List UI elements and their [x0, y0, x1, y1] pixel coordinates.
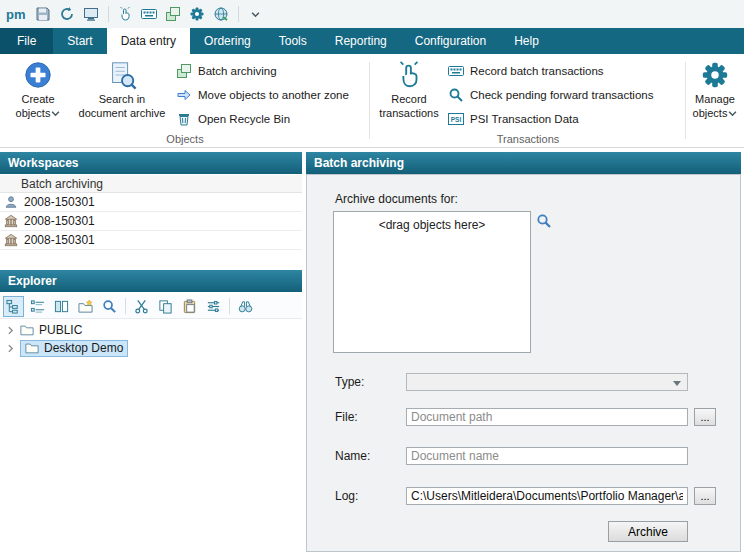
file-input[interactable]	[406, 408, 688, 426]
drop-hint: <drag objects here>	[379, 218, 486, 232]
copy-icon	[158, 299, 173, 314]
tab-file[interactable]: File	[0, 28, 53, 54]
search-document-archive-label: Search in document archive	[79, 93, 166, 119]
keyboard-icon	[448, 63, 464, 79]
create-objects-button[interactable]: Create objects	[6, 57, 70, 135]
search-icon	[102, 299, 117, 314]
log-input[interactable]	[406, 487, 688, 505]
folder-icon	[20, 323, 34, 337]
batch-transactions-icon[interactable]	[139, 3, 160, 25]
name-input[interactable]	[406, 447, 688, 465]
hand-click-icon	[394, 60, 424, 90]
tab-tools[interactable]: Tools	[265, 28, 321, 54]
new-folder-icon	[78, 299, 93, 314]
archive-button[interactable]: Archive	[608, 521, 688, 542]
tree-item-desktop-demo[interactable]: Desktop Demo	[0, 339, 302, 357]
qat-customize-icon[interactable]	[245, 3, 266, 25]
new-folder-button[interactable]	[75, 296, 96, 317]
find-button[interactable]	[235, 296, 256, 317]
record-transactions-button[interactable]: Record transactions	[376, 57, 442, 135]
chevron-right-icon[interactable]	[6, 344, 15, 353]
objects-small-buttons: Batch archiving Move objects to another …	[176, 54, 368, 134]
tree-view-button[interactable]	[3, 296, 24, 317]
group-label-transactions: Transactions	[370, 133, 686, 145]
explorer-toolbar	[0, 294, 302, 319]
dropdown-arrow-icon	[51, 109, 60, 118]
workspace-row[interactable]: 2008-150301	[0, 193, 302, 212]
file-browse-button[interactable]: ...	[694, 408, 716, 426]
batch-archiving-button[interactable]: Batch archiving	[176, 60, 277, 81]
check-pending-forward-label: Check pending forward transactions	[470, 89, 653, 101]
batch-archiving-panel: Batch archiving Archive documents for: <…	[306, 148, 741, 558]
search-document-archive-button[interactable]: Search in document archive	[78, 57, 166, 135]
workspace-row[interactable]: 2008-150301	[0, 212, 302, 231]
record-batch-transactions-label: Record batch transactions	[470, 65, 604, 77]
psi-icon	[448, 111, 464, 127]
record-transactions-label: Record transactions	[379, 93, 438, 119]
tab-ordering[interactable]: Ordering	[190, 28, 265, 54]
cut-icon	[134, 299, 149, 314]
gear-icon	[700, 60, 730, 90]
check-pending-forward-button[interactable]: Check pending forward transactions	[448, 84, 653, 105]
recycle-bin-icon	[176, 111, 192, 127]
open-recycle-bin-button[interactable]: Open Recycle Bin	[176, 108, 290, 129]
person-icon	[4, 195, 18, 209]
search-icon	[448, 87, 464, 103]
batch-archiving-label: Batch archiving	[198, 65, 277, 77]
tree-view-icon	[6, 299, 21, 314]
tab-configuration[interactable]: Configuration	[401, 28, 500, 54]
toolbar-divider	[229, 298, 230, 314]
bank-icon	[4, 214, 18, 228]
list-view-button[interactable]	[27, 296, 48, 317]
psi-transaction-data-button[interactable]: PSI Transaction Data	[448, 108, 579, 129]
type-select[interactable]	[406, 373, 688, 391]
ribbon-group-transactions: Record transactions Record batch transac…	[370, 54, 686, 147]
search-objects-button[interactable]	[536, 213, 554, 231]
save-icon[interactable]	[33, 3, 54, 25]
quick-access-toolbar: pm	[0, 0, 744, 28]
group-label-objects: Objects	[0, 133, 370, 145]
tab-reporting[interactable]: Reporting	[321, 28, 401, 54]
ribbon: Create objects Search in document archiv…	[0, 54, 744, 148]
toolbar-divider	[125, 298, 126, 314]
tree-item-public[interactable]: PUBLIC	[0, 321, 302, 339]
properties-button[interactable]	[203, 296, 224, 317]
refresh-icon[interactable]	[57, 3, 78, 25]
batch-archiving-icon[interactable]	[163, 3, 184, 25]
search-button[interactable]	[99, 296, 120, 317]
workspace-row[interactable]: 2008-150301	[0, 231, 302, 250]
cut-button[interactable]	[131, 296, 152, 317]
workspaces-group-header[interactable]: Batch archiving	[0, 175, 302, 193]
tree-item-label: PUBLIC	[39, 323, 82, 337]
monitor-icon[interactable]	[81, 3, 102, 25]
arrow-right-icon	[176, 87, 192, 103]
workspaces-title: Workspaces	[8, 156, 78, 170]
move-objects-button[interactable]: Move objects to another zone	[176, 84, 349, 105]
tab-start[interactable]: Start	[53, 28, 106, 54]
name-label: Name:	[335, 449, 370, 463]
selected-tree-item[interactable]: Desktop Demo	[20, 340, 128, 357]
tab-data-entry[interactable]: Data entry	[107, 28, 190, 54]
transactions-small-buttons: Record batch transactions Check pending …	[448, 54, 686, 134]
manage-objects-icon[interactable]	[187, 3, 208, 25]
app-logo: pm	[6, 7, 26, 22]
ribbon-tab-bar: File Start Data entry Ordering Tools Rep…	[0, 28, 744, 54]
record-batch-transactions-button[interactable]: Record batch transactions	[448, 60, 604, 81]
copy-button[interactable]	[155, 296, 176, 317]
chevron-right-icon[interactable]	[6, 326, 15, 335]
manage-objects-button[interactable]: Manage objects	[687, 57, 743, 135]
globe-icon[interactable]	[211, 3, 232, 25]
batch-archiving-header: Batch archiving	[306, 152, 741, 174]
paste-button[interactable]	[179, 296, 200, 317]
record-transactions-icon[interactable]	[115, 3, 136, 25]
batch-archiving-form: Archive documents for: <drag objects her…	[306, 174, 741, 552]
workspace-label: 2008-150301	[24, 214, 95, 228]
log-browse-button[interactable]: ...	[694, 487, 716, 505]
document-search-icon	[107, 60, 137, 90]
tree-item-label: Desktop Demo	[44, 341, 123, 355]
columns-view-button[interactable]	[51, 296, 72, 317]
tab-help[interactable]: Help	[500, 28, 553, 54]
drop-target-list[interactable]: <drag objects here>	[333, 211, 531, 353]
workspace-label: 2008-150301	[24, 233, 95, 247]
ribbon-group-manage: Manage objects	[686, 54, 744, 147]
